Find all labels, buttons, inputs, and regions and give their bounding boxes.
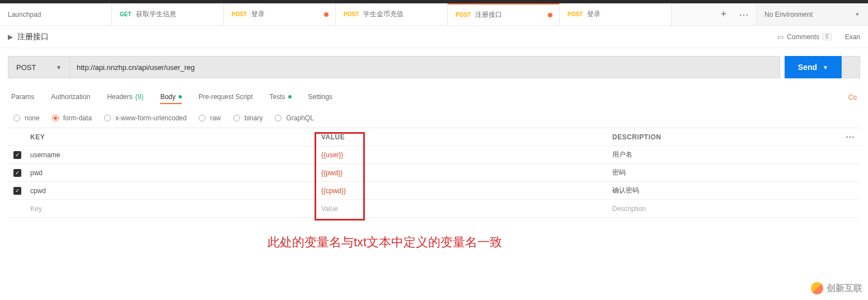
grid-data-row: ✓pwd{{pwd}}密码 [8, 164, 860, 182]
tab-method: POST [456, 12, 471, 18]
title-row: ▶ 注册接口 ▭ Comments 0 Exan [0, 26, 868, 48]
radio-icon [275, 115, 281, 121]
row-enable-checkbox[interactable]: ✓ [13, 151, 21, 159]
comment-icon: ▭ [777, 33, 783, 41]
grid-header-desc: DESCRIPTION [609, 133, 840, 141]
grid-header-key: KEY [27, 133, 318, 141]
environment-label: No Environment [764, 11, 813, 18]
body-type-label: form-data [63, 114, 92, 122]
radio-icon [104, 115, 111, 121]
tab-method: POST [344, 11, 359, 17]
body-type-label: GraphQL [286, 114, 313, 122]
request-tab[interactable]: GET获取学生信息 [112, 3, 224, 25]
body-type-label: none [25, 114, 40, 122]
unsaved-dot-icon [548, 13, 552, 17]
new-tab-button[interactable]: + [715, 6, 733, 24]
chevron-down-icon: ▼ [823, 64, 828, 71]
chevron-down-icon: ▼ [855, 11, 860, 17]
watermark-text: 创新互联 [827, 283, 862, 294]
row-value-input[interactable]: {{pwd}} [318, 169, 609, 177]
radio-icon [233, 115, 240, 121]
request-title: 注册接口 [17, 32, 49, 42]
tab-name: 获取学生信息 [136, 10, 176, 19]
tab-method: POST [232, 11, 247, 17]
examples-link[interactable]: Exan [838, 33, 860, 41]
form-data-grid: KEY VALUE DESCRIPTION ⋯ ✓username{{user}… [8, 128, 860, 218]
key-input-placeholder[interactable]: Key [27, 205, 318, 213]
tab-pre-request[interactable]: Pre-request Script [199, 93, 253, 102]
send-button[interactable]: Send ▼ [785, 56, 842, 78]
request-tab[interactable]: POST注册接口 [448, 3, 560, 25]
body-type-form-data[interactable]: form-data [52, 114, 92, 122]
method-label: POST [16, 63, 36, 72]
comments-button[interactable]: ▭ Comments 0 [777, 33, 832, 41]
tab-tests[interactable]: Tests [269, 93, 291, 102]
request-tab[interactable]: POST学生金币充值 [336, 3, 448, 25]
row-key-input[interactable]: cpwd [27, 187, 318, 195]
radio-icon [199, 115, 205, 121]
tab-headers-count: (9) [135, 93, 144, 101]
tab-more-button[interactable]: ⋯ [735, 6, 753, 24]
body-type-binary[interactable]: binary [233, 114, 263, 122]
grid-data-row: ✓cpwd{{cpwd}}确认密码 [8, 182, 860, 200]
annotation-text: 此处的变量名与txt文本中定义的变量名一致 [268, 234, 502, 251]
row-key-input[interactable]: pwd [27, 169, 318, 177]
body-type-GraphQL[interactable]: GraphQL [275, 114, 313, 122]
environment-select[interactable]: No Environment ▼ [756, 3, 868, 25]
row-desc-input[interactable]: 用户名 [609, 150, 840, 160]
tab-name: 学生金币充值 [363, 10, 403, 19]
tab-name: Launchpad [8, 11, 41, 18]
value-input-placeholder[interactable]: Value [318, 205, 609, 213]
grid-header-value: VALUE [318, 133, 609, 141]
watermark: 创新互联 [811, 282, 862, 294]
send-label: Send [798, 63, 817, 72]
tab-headers-label: Headers [107, 93, 132, 101]
tabs-container: LaunchpadGET获取学生信息POST登录POST学生金币充值POST注册… [0, 3, 711, 25]
row-value-input[interactable]: {{user}} [318, 151, 609, 159]
body-type-row: noneform-datax-www-form-urlencodedrawbin… [0, 109, 868, 128]
tab-params[interactable]: Params [11, 93, 34, 102]
body-type-label: raw [210, 114, 220, 122]
row-enable-checkbox[interactable]: ✓ [13, 169, 21, 177]
tab-name: 注册接口 [475, 10, 502, 20]
url-text: http://api.nnzhp.cn/api/user/user_reg [77, 63, 195, 72]
collapse-toggle[interactable]: ▶ [8, 33, 13, 41]
comments-count: 0 [823, 33, 832, 40]
body-type-raw[interactable]: raw [199, 114, 220, 122]
tabs-row: LaunchpadGET获取学生信息POST登录POST学生金币充值POST注册… [0, 3, 868, 26]
tab-settings[interactable]: Settings [308, 93, 332, 102]
tab-tests-label: Tests [269, 93, 285, 101]
tab-body[interactable]: Body [160, 93, 181, 104]
cookies-link[interactable]: Co [848, 93, 857, 101]
tab-authorization[interactable]: Authorization [51, 93, 90, 102]
body-type-x-www-form-urlencoded[interactable]: x-www-form-urlencoded [104, 114, 186, 122]
desc-input-placeholder[interactable]: Description [609, 205, 840, 213]
row-desc-input[interactable]: 密码 [609, 168, 840, 177]
body-type-none[interactable]: none [13, 114, 40, 122]
url-row: POST ▼ http://api.nnzhp.cn/api/user/user… [0, 48, 868, 86]
grid-empty-row[interactable]: Key Value Description [8, 200, 860, 218]
comments-label: Comments [787, 33, 819, 41]
unsaved-dot-icon [324, 12, 329, 17]
row-enable-checkbox[interactable]: ✓ [13, 187, 21, 195]
watermark-logo-icon [811, 282, 823, 294]
radio-icon [13, 115, 20, 121]
tab-method: GET [120, 11, 132, 17]
tab-headers[interactable]: Headers (9) [107, 93, 143, 102]
row-desc-input[interactable]: 确认密码 [609, 186, 840, 195]
body-type-label: binary [245, 114, 263, 122]
request-tab[interactable]: Launchpad [0, 3, 112, 25]
url-input[interactable]: http://api.nnzhp.cn/api/user/user_reg [69, 56, 780, 78]
save-button[interactable] [842, 56, 860, 78]
tab-body-label: Body [160, 93, 175, 101]
request-tab[interactable]: POST登录 [224, 3, 336, 25]
status-dot-icon [179, 95, 182, 99]
method-select[interactable]: POST ▼ [8, 56, 69, 78]
grid-options-button[interactable]: ⋯ [840, 132, 860, 142]
status-dot-icon [288, 95, 292, 99]
row-key-input[interactable]: username [27, 151, 318, 159]
grid-data-row: ✓username{{user}}用户名 [8, 146, 860, 164]
request-subtabs: Params Authorization Headers (9) Body Pr… [0, 86, 868, 109]
request-tab[interactable]: POST登录 [560, 3, 672, 25]
row-value-input[interactable]: {{cpwd}} [318, 187, 609, 195]
